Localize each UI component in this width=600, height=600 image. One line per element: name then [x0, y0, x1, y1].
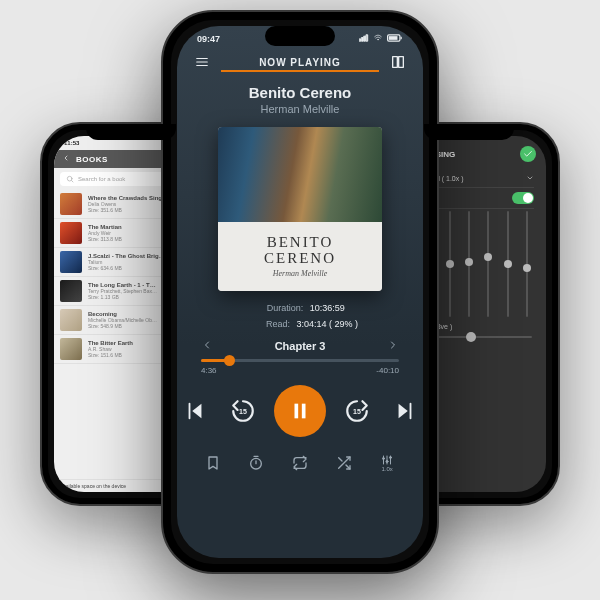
book-cover-thumb	[60, 280, 82, 302]
back-icon[interactable]	[62, 154, 70, 164]
book-size: Size: 548.9 MB	[88, 323, 159, 329]
svg-point-31	[386, 461, 388, 463]
eq-band[interactable]	[503, 211, 513, 317]
player-phone: 09:47 ⟳ NOW PLAYING Benito Cereno Herman…	[161, 10, 439, 574]
book-cover-thumb	[60, 309, 82, 331]
book-cover-thumb	[60, 222, 82, 244]
eq-settings-button[interactable]: 1.0x	[372, 451, 402, 475]
menu-icon[interactable]	[193, 55, 211, 73]
library-title: BOOKS	[76, 155, 108, 164]
pitch-thumb[interactable]	[466, 332, 476, 342]
status-right	[359, 34, 403, 44]
duration-label: Duration:	[255, 303, 303, 313]
eq-thumb[interactable]	[446, 260, 454, 268]
read-label: Read:	[242, 319, 290, 329]
book-meta: BecomingMichelle Obama/Michelle Oba…Size…	[88, 311, 159, 329]
eq-thumb[interactable]	[465, 258, 473, 266]
book-meta: The MartianAndy WeirSize: 313.8 MB	[88, 224, 168, 242]
eq-band[interactable]	[522, 211, 532, 317]
duration-line: Duration: 10:36:59	[177, 303, 423, 313]
cover-text: BENITOCERENO Herman Melville	[218, 222, 382, 291]
book-cover-thumb	[60, 338, 82, 360]
eq-track	[468, 211, 470, 317]
pause-icon	[289, 400, 311, 422]
read-value: 3:04:14 ( 29% )	[296, 319, 358, 329]
chapter-label: Chapter 3	[275, 340, 326, 352]
progress-track	[201, 359, 399, 362]
svg-rect-4	[359, 39, 360, 41]
eq-track	[487, 211, 489, 317]
equalizer-toggle[interactable]	[512, 192, 534, 204]
book-size: Size: 634.6 MB	[88, 265, 168, 271]
rewind-secs: 15	[239, 408, 247, 415]
book-meta: J.Scalzi - The Ghost BrigadesTaliumSize:…	[88, 253, 168, 271]
prev-chapter-icon[interactable]	[201, 339, 213, 353]
repeat-button[interactable]	[285, 451, 315, 475]
next-track-button[interactable]	[388, 394, 422, 428]
shuffle-button[interactable]	[329, 451, 359, 475]
track-author: Herman Melville	[177, 103, 423, 115]
now-playing-header: NOW PLAYING	[177, 52, 423, 76]
svg-rect-10	[389, 36, 398, 40]
forward-secs: 15	[353, 408, 361, 415]
book-meta: Where the Crawdads SingDelia OwensSize: …	[88, 195, 168, 213]
chapters-icon[interactable]	[389, 54, 407, 74]
svg-rect-17	[295, 404, 299, 419]
svg-point-32	[390, 457, 392, 459]
prev-track-button[interactable]	[178, 394, 212, 428]
play-pause-button[interactable]	[274, 385, 326, 437]
notch	[424, 124, 514, 140]
svg-point-30	[383, 458, 385, 460]
eq-band[interactable]	[483, 211, 493, 317]
book-meta: The Long Earth - 1 - The…Terry Pratchett…	[88, 282, 159, 300]
eq-band[interactable]	[445, 211, 455, 317]
svg-line-3	[72, 180, 73, 181]
svg-point-8	[378, 39, 379, 40]
cover-art: BENITOCERENO Herman Melville	[218, 127, 382, 291]
dynamic-island	[265, 26, 335, 46]
eq-thumb[interactable]	[523, 264, 531, 272]
apply-button[interactable]	[520, 146, 536, 162]
eq-track	[526, 211, 528, 317]
wifi-icon	[372, 34, 384, 42]
svg-marker-19	[399, 404, 408, 419]
search-placeholder: Search for a book	[78, 176, 125, 182]
book-size: Size: 351.6 MB	[88, 207, 168, 213]
forward-15-button[interactable]: 15	[340, 394, 374, 428]
status-time: 11:53	[64, 140, 79, 146]
svg-marker-15	[192, 404, 201, 419]
chevron-down-icon	[526, 174, 534, 183]
svg-line-26	[338, 458, 341, 461]
svg-rect-11	[401, 37, 402, 39]
battery-icon	[387, 34, 403, 42]
svg-rect-7	[366, 35, 367, 41]
cover-author: Herman Melville	[273, 269, 327, 278]
eq-band[interactable]	[464, 211, 474, 317]
cover-title: BENITOCERENO	[264, 235, 336, 267]
book-size: Size: 1.13 GB	[88, 294, 159, 300]
read-line: Read: 3:04:14 ( 29% )	[177, 319, 423, 329]
eq-thumb[interactable]	[484, 253, 492, 261]
bottom-toolbar: 1.0x	[177, 451, 423, 487]
eq-track	[449, 211, 451, 317]
cover-painting	[218, 127, 382, 222]
svg-rect-6	[364, 36, 365, 41]
book-meta: The Bitter EarthA.R. ShawSize: 151.6 MB	[88, 340, 162, 358]
next-chapter-icon[interactable]	[387, 339, 399, 353]
rewind-15-button[interactable]: 15	[226, 394, 260, 428]
svg-point-2	[67, 176, 72, 181]
progress-bar[interactable]: 4:36 -40:10	[177, 353, 423, 375]
progress-thumb[interactable]	[224, 355, 235, 366]
sleep-timer-button[interactable]	[241, 451, 271, 475]
transport-controls: 15 15	[177, 385, 423, 437]
notch	[86, 124, 176, 140]
book-size: Size: 313.8 MB	[88, 236, 168, 242]
remaining-time: -40:10	[376, 366, 399, 375]
chapter-row: Chapter 3	[177, 329, 423, 353]
bookmark-button[interactable]	[198, 451, 228, 475]
elapsed-time: 4:36	[201, 366, 217, 375]
book-cover-thumb	[60, 193, 82, 215]
eq-thumb[interactable]	[504, 260, 512, 268]
svg-rect-5	[362, 38, 363, 42]
track-title: Benito Cereno	[177, 84, 423, 101]
